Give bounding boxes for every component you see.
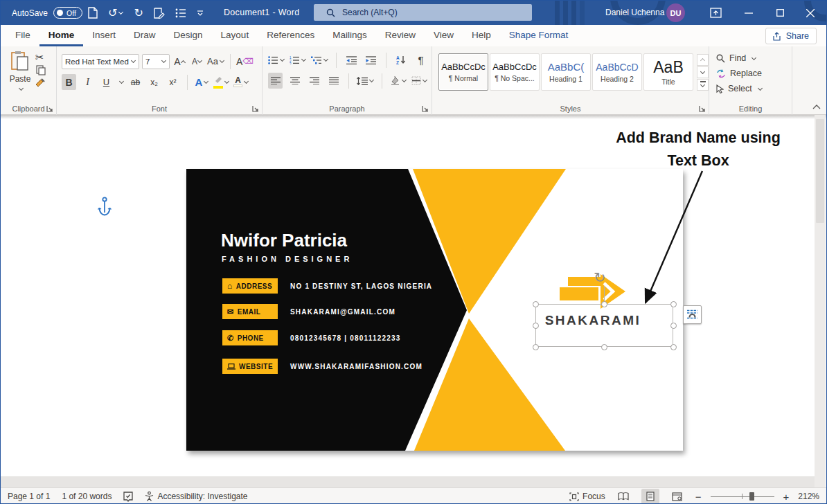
selection-handle[interactable] xyxy=(601,301,607,307)
maximize-button[interactable] xyxy=(767,1,792,25)
bold-button[interactable]: B xyxy=(62,74,76,90)
rotation-handle[interactable]: ↻ xyxy=(594,270,606,285)
scrollbar-thumb[interactable] xyxy=(816,119,824,223)
clipboard-dialog-launcher[interactable] xyxy=(46,105,53,112)
close-button[interactable] xyxy=(798,1,823,25)
annotation-arrow[interactable] xyxy=(634,169,707,307)
grow-font-button[interactable]: A xyxy=(172,53,187,69)
undo-button[interactable]: ↺ xyxy=(108,8,123,19)
page-indicator[interactable]: Page 1 of 1 xyxy=(8,492,50,501)
zoom-in-button[interactable]: + xyxy=(783,491,790,503)
brand-text[interactable]: SHAKARAMI xyxy=(537,313,648,328)
annotation-text[interactable]: Add Brand Name using Text Box xyxy=(583,127,814,172)
cut-button[interactable]: ✂ xyxy=(35,51,44,64)
underline-button[interactable]: U xyxy=(99,74,114,90)
selection-handle[interactable] xyxy=(533,344,539,350)
style-no-spacing[interactable]: AaBbCcDc¶ No Spac... xyxy=(490,53,540,91)
show-formatting-button[interactable]: ¶ xyxy=(414,52,428,68)
new-document-icon[interactable] xyxy=(88,7,98,19)
text-effects-button[interactable]: A xyxy=(195,74,209,90)
minimize-button[interactable] xyxy=(736,1,761,25)
font-size-select[interactable]: 7 xyxy=(142,54,170,69)
tab-review[interactable]: Review xyxy=(376,25,425,46)
tab-references[interactable]: References xyxy=(258,25,323,46)
find-button[interactable]: Find xyxy=(716,51,763,66)
document-canvas[interactable]: Nwifor Patricia FASHION DESIGNER ⌂ ADDRE… xyxy=(1,115,826,487)
increase-indent-button[interactable] xyxy=(364,52,378,68)
autosave-toggle[interactable]: Off xyxy=(53,7,82,19)
copy-button[interactable] xyxy=(36,65,46,78)
clear-formatting-button[interactable]: A⌫ xyxy=(236,53,254,69)
style-normal[interactable]: AaBbCcDc¶ Normal xyxy=(438,53,488,91)
styles-dialog-launcher[interactable] xyxy=(699,105,706,112)
search-input[interactable]: Search (Alt+Q) xyxy=(314,4,532,21)
zoom-out-button[interactable]: − xyxy=(695,491,702,503)
selection-handle[interactable] xyxy=(670,344,677,350)
word-count[interactable]: 1 of 20 words xyxy=(62,492,112,501)
zoom-level[interactable]: 212% xyxy=(798,492,819,501)
replace-button[interactable]: Replace xyxy=(716,66,763,81)
strikethrough-button[interactable]: ab xyxy=(128,74,143,90)
tab-view[interactable]: View xyxy=(425,25,463,46)
paste-button[interactable]: Paste xyxy=(8,51,33,93)
editor-icon[interactable] xyxy=(154,8,165,19)
vertical-scrollbar[interactable] xyxy=(815,115,826,487)
font-dialog-launcher[interactable] xyxy=(252,105,259,112)
borders-button[interactable] xyxy=(411,73,427,89)
bullet-list-icon[interactable] xyxy=(175,8,186,18)
style-heading-2[interactable]: AaBbCcDHeading 2 xyxy=(592,53,642,91)
tab-insert[interactable]: Insert xyxy=(83,25,125,46)
italic-button[interactable]: I xyxy=(80,74,95,90)
proofing-status-button[interactable] xyxy=(123,492,133,502)
font-color-button[interactable]: A xyxy=(233,74,249,90)
font-name-select[interactable]: Red Hat Text Med xyxy=(62,54,139,69)
zoom-slider-handle[interactable] xyxy=(749,492,754,501)
styles-more-button[interactable] xyxy=(697,79,709,91)
align-center-button[interactable] xyxy=(287,73,302,89)
layout-options-button[interactable] xyxy=(683,305,702,324)
styles-scroll-up-button[interactable] xyxy=(697,54,709,66)
selection-handle[interactable] xyxy=(670,323,677,329)
tab-help[interactable]: Help xyxy=(463,25,500,46)
tab-file[interactable]: File xyxy=(6,25,39,46)
highlight-color-button[interactable] xyxy=(213,74,229,90)
ribbon-display-options-button[interactable] xyxy=(703,1,728,25)
anchor-icon[interactable] xyxy=(98,197,112,219)
select-button[interactable]: Select xyxy=(716,81,763,96)
shading-button[interactable] xyxy=(390,73,407,89)
superscript-button[interactable]: x² xyxy=(166,74,180,90)
selection-handle[interactable] xyxy=(601,344,607,350)
read-mode-button[interactable] xyxy=(614,489,632,504)
selection-handle[interactable] xyxy=(533,301,539,307)
share-button[interactable]: Share xyxy=(765,28,817,44)
tab-mailings[interactable]: Mailings xyxy=(323,25,376,46)
accessibility-status[interactable]: Accessibility: Investigate xyxy=(145,492,247,501)
web-layout-button[interactable] xyxy=(668,489,686,504)
sort-button[interactable]: AZ xyxy=(394,52,409,68)
selection-handle[interactable] xyxy=(533,323,539,329)
print-layout-button[interactable] xyxy=(641,489,659,504)
styles-scroll-down-button[interactable] xyxy=(697,66,709,78)
style-heading-1[interactable]: AaBbC(Heading 1 xyxy=(541,53,591,91)
paragraph-dialog-launcher[interactable] xyxy=(422,105,429,112)
bullets-button[interactable] xyxy=(268,52,285,68)
tab-layout[interactable]: Layout xyxy=(212,25,258,46)
format-painter-button[interactable] xyxy=(35,78,46,91)
style-title[interactable]: AaBTitle xyxy=(643,53,693,91)
line-spacing-button[interactable] xyxy=(357,73,374,89)
tab-design[interactable]: Design xyxy=(165,25,212,46)
zoom-slider[interactable] xyxy=(711,492,774,501)
numbering-button[interactable]: 123 xyxy=(290,52,306,68)
avatar[interactable]: DU xyxy=(666,3,685,22)
redo-button[interactable]: ↻ xyxy=(134,8,143,19)
collapse-ribbon-button[interactable] xyxy=(812,102,821,111)
chevron-down-icon[interactable] xyxy=(119,79,124,84)
align-left-button[interactable] xyxy=(268,73,283,89)
tab-draw[interactable]: Draw xyxy=(125,25,165,46)
justify-button[interactable] xyxy=(326,73,341,89)
decrease-indent-button[interactable] xyxy=(344,52,359,68)
subscript-button[interactable]: x₂ xyxy=(147,74,161,90)
align-right-button[interactable] xyxy=(307,73,321,89)
focus-mode-button[interactable]: Focus xyxy=(569,492,605,501)
customize-qat-icon[interactable] xyxy=(197,10,204,17)
